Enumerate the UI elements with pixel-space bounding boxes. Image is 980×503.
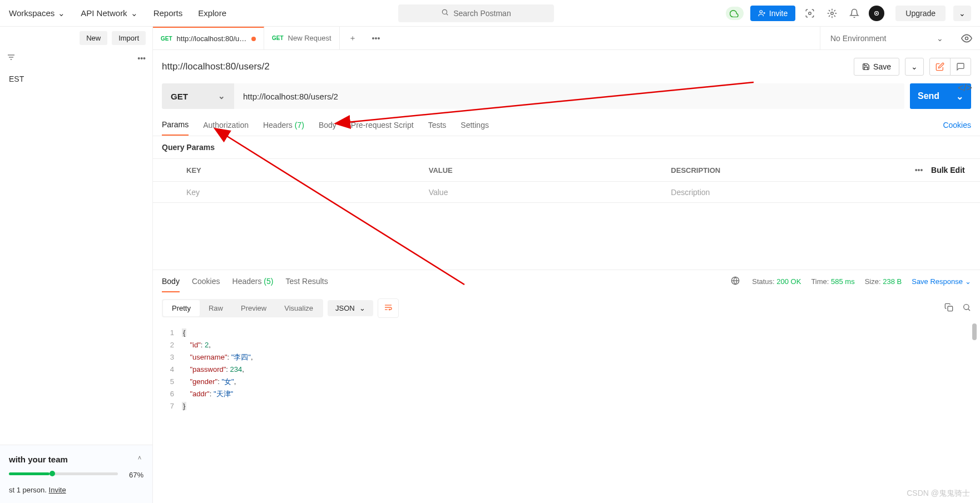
wrap-lines-icon[interactable]: [378, 298, 399, 318]
tab-authorization[interactable]: Authorization: [203, 121, 249, 135]
save-response-button[interactable]: Save Response ⌄: [912, 277, 971, 286]
sidebar-more-icon[interactable]: •••: [137, 54, 146, 63]
collection-item[interactable]: EST: [4, 72, 148, 86]
request-title: http://localhost:80/users/2: [162, 61, 854, 72]
progress-bar: [9, 472, 118, 475]
tabs-left: GET http://localhost:80/use GET New Requ…: [153, 27, 820, 49]
tabs-bar: GET http://localhost:80/use GET New Requ…: [153, 27, 980, 50]
response-body[interactable]: 1{ 2 "id": 2, 3 "username": "李四", 4 "pas…: [153, 323, 980, 416]
chevron-up-icon[interactable]: ＾: [136, 454, 143, 464]
capture-icon[interactable]: [802, 6, 818, 21]
col-options-icon[interactable]: •••: [907, 166, 931, 175]
request-header: http://localhost:80/users/2 Save ⌄: [153, 50, 980, 83]
tab-more-icon[interactable]: •••: [365, 27, 387, 49]
watermark: CSDN @鬼鬼骑士: [907, 489, 970, 499]
response-status: Status: 200 OK Time: 585 ms Size: 238 B …: [731, 276, 971, 287]
top-nav: Workspaces ⌄ API Network ⌄ Reports Explo…: [0, 0, 980, 27]
tab-params[interactable]: Params: [162, 120, 189, 136]
nav-reports[interactable]: Reports: [154, 8, 183, 18]
sync-icon[interactable]: [726, 7, 744, 20]
main-layout: New Import ••• EST with your team ＾: [0, 27, 980, 503]
tab-tests[interactable]: Tests: [428, 121, 447, 135]
resp-tab-headers[interactable]: Headers (5): [232, 271, 274, 292]
save-dropdown[interactable]: ⌄: [905, 58, 924, 76]
invite-line: st 1 person. Invite: [9, 486, 143, 494]
resp-tab-body[interactable]: Body: [162, 271, 180, 292]
key-input[interactable]: Key: [180, 188, 422, 197]
resp-tab-testresults[interactable]: Test Results: [285, 271, 328, 292]
svg-point-1: [760, 10, 763, 13]
params-table: KEY VALUE DESCRIPTION ••• Bulk Edit Key …: [153, 158, 980, 203]
col-key: KEY: [180, 166, 422, 175]
tab-active[interactable]: GET http://localhost:80/use: [153, 27, 264, 49]
desc-input[interactable]: Description: [664, 188, 907, 197]
response-header: Body Cookies Headers (5) Test Results St…: [153, 270, 980, 293]
view-visualize[interactable]: Visualize: [275, 300, 322, 316]
tab-settings[interactable]: Settings: [461, 121, 489, 135]
tab-method: GET: [161, 36, 172, 42]
tab-title: New Request: [288, 34, 331, 42]
scrollbar[interactable]: [972, 323, 977, 340]
nav-left: Workspaces ⌄ API Network ⌄ Reports Explo…: [9, 8, 226, 18]
view-preview[interactable]: Preview: [232, 300, 275, 316]
chevron-down-icon: ⌄: [131, 8, 138, 18]
method-select[interactable]: GET ⌄: [162, 83, 234, 109]
invite-link[interactable]: Invite: [49, 486, 66, 494]
nav-api-network[interactable]: API Network ⌄: [81, 8, 137, 18]
bulk-edit-button[interactable]: Bulk Edit: [931, 166, 980, 175]
query-params-label: Query Params: [153, 136, 980, 158]
code-snippet-icon[interactable]: </>: [958, 82, 972, 94]
tab-headers[interactable]: Headers (7): [263, 121, 304, 135]
search-input[interactable]: Search Postman: [398, 4, 554, 22]
url-input[interactable]: [234, 83, 904, 109]
progress-fill: [9, 472, 50, 475]
svg-point-16: [964, 305, 969, 310]
filter-icon[interactable]: [7, 53, 137, 63]
search-response-icon[interactable]: [962, 303, 971, 313]
search-icon: [441, 8, 449, 18]
request-actions: Save ⌄: [854, 58, 971, 76]
tab-prerequest[interactable]: Pre-request Script: [351, 121, 414, 135]
invite-button[interactable]: Invite: [750, 6, 795, 21]
collections-list: EST: [0, 67, 152, 445]
environment-select[interactable]: No Environment ⌄: [820, 27, 953, 49]
tab-new-request[interactable]: GET New Request: [264, 27, 340, 49]
resp-tab-cookies[interactable]: Cookies: [192, 271, 220, 292]
svg-point-2: [809, 12, 811, 14]
upgrade-button[interactable]: Upgrade: [895, 6, 946, 21]
sidebar-top: New Import: [0, 27, 152, 49]
add-tab-button[interactable]: ＋: [340, 27, 365, 49]
save-button[interactable]: Save: [854, 58, 899, 76]
avatar[interactable]: [869, 6, 884, 21]
params-row[interactable]: Key Value Description: [153, 181, 980, 202]
content-area: GET http://localhost:80/use GET New Requ…: [153, 27, 980, 503]
chevron-down-icon: ⌄: [965, 277, 971, 286]
cookies-link[interactable]: Cookies: [943, 121, 971, 135]
comment-icon[interactable]: [951, 58, 971, 75]
nav-center: Search Postman: [226, 4, 726, 22]
settings-icon[interactable]: [824, 6, 840, 21]
nav-workspaces[interactable]: Workspaces ⌄: [9, 8, 65, 18]
edit-icon[interactable]: [930, 58, 951, 75]
chevron-down-icon: ⌄: [218, 91, 225, 101]
import-button[interactable]: Import: [112, 31, 146, 45]
team-panel: with your team ＾ 67% st 1 person. Invite: [0, 445, 152, 503]
svg-point-3: [831, 12, 834, 14]
new-button[interactable]: New: [80, 31, 107, 45]
view-tabs: Pretty Raw Preview Visualize: [162, 299, 323, 317]
view-pretty[interactable]: Pretty: [163, 300, 200, 316]
copy-icon[interactable]: [944, 303, 953, 313]
view-raw[interactable]: Raw: [200, 300, 232, 316]
svg-point-10: [966, 37, 968, 39]
globe-icon[interactable]: [731, 276, 740, 287]
value-input[interactable]: Value: [422, 188, 665, 197]
nav-explore[interactable]: Explore: [198, 8, 226, 18]
svg-point-6: [876, 12, 878, 14]
tab-body[interactable]: Body: [319, 121, 336, 135]
svg-point-0: [443, 9, 447, 14]
notifications-icon[interactable]: [847, 6, 862, 21]
format-select[interactable]: JSON ⌄: [328, 300, 373, 316]
upgrade-dropdown[interactable]: ⌄: [953, 6, 971, 21]
environment-preview-icon[interactable]: [953, 27, 980, 49]
tab-title: http://localhost:80/use: [177, 34, 247, 43]
